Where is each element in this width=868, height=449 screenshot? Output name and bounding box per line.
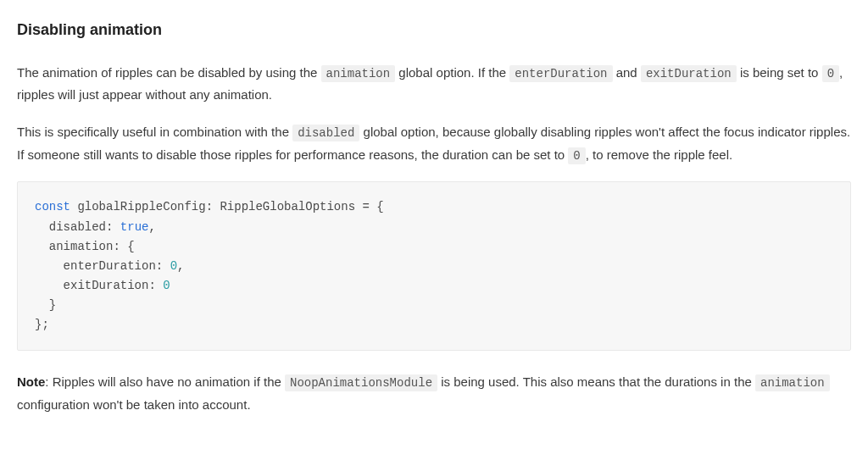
text: is being used. This also means that the …: [437, 374, 755, 389]
code-text: }: [35, 298, 56, 312]
code-enter-duration: enterDuration: [509, 65, 612, 82]
code-animation: animation: [755, 374, 830, 391]
bool-true: true: [120, 220, 149, 234]
code-text: animation: {: [35, 240, 135, 253]
text: , to remove the ripple feel.: [586, 147, 732, 162]
note-label: Note: [17, 374, 45, 389]
code-text: globalRippleConfig: RippleGlobalOptions …: [70, 200, 384, 213]
text: : Ripples will also have no animation if…: [45, 374, 285, 389]
num-zero: 0: [163, 279, 170, 292]
code-text: enterDuration:: [35, 259, 170, 273]
text: and: [613, 65, 641, 80]
paragraph-1: The animation of ripples can be disabled…: [17, 62, 851, 106]
code-zero: 0: [568, 147, 585, 164]
text: This is specifically useful in combinati…: [17, 125, 292, 139]
section-heading: Disabling animation: [17, 17, 851, 43]
paragraph-2: This is specifically useful in combinati…: [17, 121, 851, 167]
paragraph-note: Note: Ripples will also have no animatio…: [17, 371, 851, 415]
doc-section: Disabling animation The animation of rip…: [17, 17, 851, 415]
text: configuration won't be taken into accoun…: [17, 397, 251, 412]
code-disabled: disabled: [292, 125, 359, 141]
code-text: ,: [177, 259, 184, 273]
code-block: const globalRippleConfig: RippleGlobalOp…: [17, 181, 851, 351]
keyword-const: const: [35, 200, 70, 213]
num-zero: 0: [170, 259, 177, 273]
code-zero: 0: [822, 65, 839, 82]
code-animation: animation: [321, 65, 396, 82]
text: The animation of ripples can be disabled…: [17, 65, 321, 80]
code-text: };: [35, 318, 49, 331]
code-text: disabled:: [35, 220, 120, 234]
code-exit-duration: exitDuration: [641, 65, 737, 82]
code-noop-animations-module: NoopAnimationsModule: [285, 374, 437, 391]
code-text: ,: [148, 220, 155, 234]
text: is being set to: [737, 65, 822, 80]
text: global option. If the: [395, 65, 509, 80]
code-text: exitDuration:: [35, 279, 163, 292]
